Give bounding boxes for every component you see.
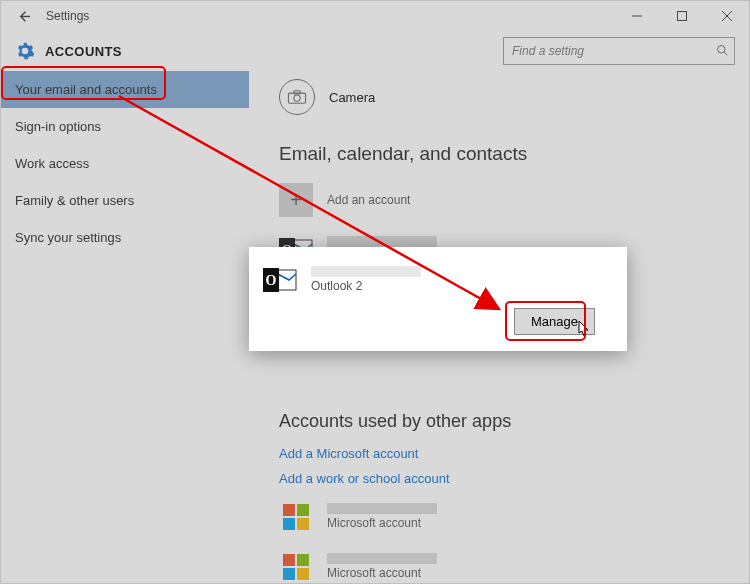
outlook-icon: O (263, 263, 297, 297)
search-input[interactable] (510, 43, 716, 59)
page-title: ACCOUNTS (45, 44, 122, 59)
ms-account-2[interactable]: Microsoft account (279, 546, 729, 583)
close-button[interactable] (704, 1, 749, 31)
ms-account-1[interactable]: Microsoft account (279, 496, 729, 538)
section-usedby-title: Accounts used by other apps (279, 411, 729, 432)
section-email-title: Email, calendar, and contacts (279, 143, 729, 165)
account-provider: Outlook 2 (311, 279, 421, 293)
svg-point-4 (718, 45, 726, 53)
svg-point-7 (294, 95, 300, 101)
microsoft-logo-icon (279, 500, 313, 534)
camera-label: Camera (329, 90, 375, 105)
add-ms-account-link[interactable]: Add a Microsoft account (279, 446, 729, 461)
svg-rect-1 (677, 12, 686, 21)
outlook-account-2[interactable]: O Outlook 2 (263, 259, 613, 301)
sidebar-item-label: Work access (15, 156, 89, 171)
search-box[interactable] (503, 37, 735, 65)
plus-icon: + (279, 183, 313, 217)
add-work-account-link[interactable]: Add a work or school account (279, 471, 729, 486)
sidebar-item-label: Sign-in options (15, 119, 101, 134)
maximize-button[interactable] (659, 1, 704, 31)
header: ACCOUNTS (1, 31, 749, 71)
microsoft-logo-icon (279, 550, 313, 583)
camera-icon (279, 79, 315, 115)
account-provider: Microsoft account (327, 516, 437, 530)
account-provider: Microsoft account (327, 566, 437, 580)
account-email-redacted (327, 236, 437, 247)
account-email-redacted (311, 266, 421, 277)
sidebar-item-label: Family & other users (15, 193, 134, 208)
sidebar-item-signin-options[interactable]: Sign-in options (1, 108, 249, 145)
camera-row[interactable]: Camera (279, 79, 729, 115)
add-account-row[interactable]: + Add an account (279, 179, 729, 221)
search-icon (716, 44, 728, 59)
sidebar-item-email-accounts[interactable]: Your email and accounts (1, 71, 249, 108)
manage-button[interactable]: Manage (514, 308, 595, 335)
arrow-left-icon (16, 9, 31, 24)
settings-gear-icon (15, 41, 35, 61)
add-account-label: Add an account (327, 193, 410, 207)
sidebar-item-family-users[interactable]: Family & other users (1, 182, 249, 219)
maximize-icon (677, 11, 687, 21)
sidebar: Your email and accounts Sign-in options … (1, 71, 249, 583)
close-icon (722, 11, 732, 21)
svg-line-5 (724, 52, 727, 55)
svg-text:O: O (266, 273, 277, 288)
sidebar-item-sync-settings[interactable]: Sync your settings (1, 219, 249, 256)
account-email-redacted (327, 503, 437, 514)
minimize-icon (632, 11, 642, 21)
sidebar-item-label: Your email and accounts (15, 82, 157, 97)
selected-account-panel: O Outlook 2 Manage (249, 247, 627, 351)
back-button[interactable] (1, 1, 46, 31)
svg-rect-8 (294, 91, 300, 94)
sidebar-item-work-access[interactable]: Work access (1, 145, 249, 182)
sidebar-item-label: Sync your settings (15, 230, 121, 245)
titlebar: Settings (1, 1, 749, 31)
account-email-redacted (327, 553, 437, 564)
minimize-button[interactable] (614, 1, 659, 31)
window-title: Settings (46, 9, 89, 23)
